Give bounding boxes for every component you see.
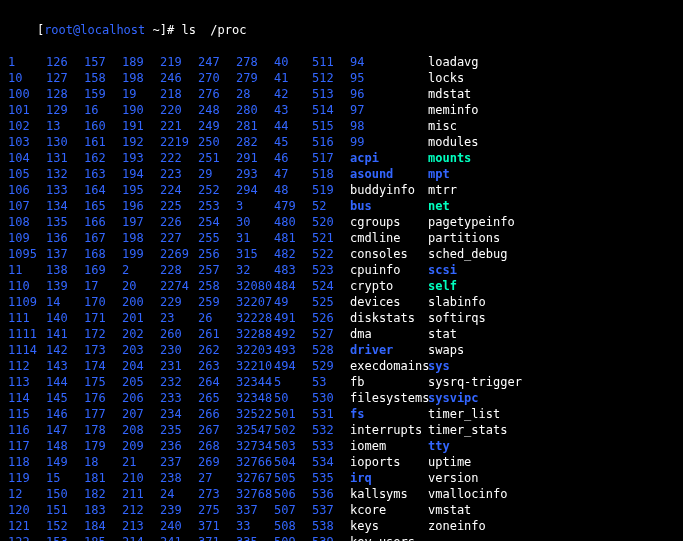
proc-entry: sys (428, 358, 675, 374)
proc-entry: dma (350, 326, 428, 342)
proc-entry: 139 (46, 278, 84, 294)
proc-entry: 518 (312, 166, 350, 182)
proc-entry: 32207 (236, 294, 274, 310)
proc-entry: kallsyms (350, 486, 428, 502)
proc-entry: 41 (274, 70, 312, 86)
proc-entry: 201 (122, 310, 160, 326)
proc-entry: 281 (236, 118, 274, 134)
proc-entry: 223 (160, 166, 198, 182)
proc-entry: 480 (274, 214, 312, 230)
proc-entry: 102 (8, 118, 46, 134)
proc-entry: iomem (350, 438, 428, 454)
proc-entry: 521 (312, 230, 350, 246)
proc-entry: meminfo (428, 102, 675, 118)
proc-entry: cgroups (350, 214, 428, 230)
proc-entry: 219 (160, 54, 198, 70)
proc-entry: 137 (46, 246, 84, 262)
proc-entry: 173 (84, 342, 122, 358)
proc-entry: scsi (428, 262, 675, 278)
proc-entry: 202 (122, 326, 160, 342)
proc-entry: 32767 (236, 470, 274, 486)
proc-entry: 171 (84, 310, 122, 326)
proc-entry: execdomains (350, 358, 428, 374)
proc-entry: 481 (274, 230, 312, 246)
proc-entry: 214 (122, 534, 160, 541)
proc-entry: timer_list (428, 406, 675, 422)
terminal[interactable]: [root@localhost ~]# ls /proc 11261571892… (0, 0, 683, 541)
proc-entry: sysrq-trigger (428, 374, 675, 390)
proc-entry: key-users (350, 534, 428, 541)
proc-entry: 94 (350, 54, 428, 70)
proc-entry: 503 (274, 438, 312, 454)
proc-entry: 535 (312, 470, 350, 486)
proc-entry: crypto (350, 278, 428, 294)
proc-entry: 226 (160, 214, 198, 230)
proc-entry: 17 (84, 278, 122, 294)
proc-entry: swaps (428, 342, 675, 358)
proc-entry: 238 (160, 470, 198, 486)
proc-entry: 32210 (236, 358, 274, 374)
proc-entry: uptime (428, 454, 675, 470)
proc-entry: acpi (350, 150, 428, 166)
proc-entry: 21 (122, 454, 160, 470)
proc-entry: 266 (198, 406, 236, 422)
proc-entry: 268 (198, 438, 236, 454)
proc-entry: 13 (46, 118, 84, 134)
proc-entry: 482 (274, 246, 312, 262)
proc-entry: 232 (160, 374, 198, 390)
proc-entry: 506 (274, 486, 312, 502)
proc-entry: 198 (122, 70, 160, 86)
proc-entry: 115 (8, 406, 46, 422)
proc-entry: 32288 (236, 326, 274, 342)
proc-entry: 200 (122, 294, 160, 310)
proc-entry: 49 (274, 294, 312, 310)
proc-entry: diskstats (350, 310, 428, 326)
proc-entry: 32348 (236, 390, 274, 406)
proc-entry: 174 (84, 358, 122, 374)
proc-entry: 16 (84, 102, 122, 118)
proc-entry: 32228 (236, 310, 274, 326)
proc-entry: 220 (160, 102, 198, 118)
proc-entry: 120 (8, 502, 46, 518)
proc-entry: 538 (312, 518, 350, 534)
proc-entry: devices (350, 294, 428, 310)
proc-entry: 32203 (236, 342, 274, 358)
proc-entry: 107 (8, 198, 46, 214)
proc-entry: tty (428, 438, 675, 454)
proc-entry: 532 (312, 422, 350, 438)
proc-entry: 96 (350, 86, 428, 102)
proc-entry: 258 (198, 278, 236, 294)
proc-entry: 512 (312, 70, 350, 86)
proc-entry: 263 (198, 358, 236, 374)
proc-entry: 1109 (8, 294, 46, 310)
proc-entry: 502 (274, 422, 312, 438)
proc-entry: 291 (236, 150, 274, 166)
proc-entry: 246 (160, 70, 198, 86)
proc-entry: 204 (122, 358, 160, 374)
proc-entry: 213 (122, 518, 160, 534)
proc-entry: 2219 (160, 134, 198, 150)
prompt-line: [root@localhost ~]# ls /proc (8, 6, 675, 54)
proc-entry: bus (350, 198, 428, 214)
proc-entry: 50 (274, 390, 312, 406)
proc-entry: 109 (8, 230, 46, 246)
proc-entry: 151 (46, 502, 84, 518)
proc-entry: loadavg (428, 54, 675, 70)
proc-entry: 241 (160, 534, 198, 541)
proc-entry: 526 (312, 310, 350, 326)
proc-entry: 491 (274, 310, 312, 326)
proc-entry: 145 (46, 390, 84, 406)
proc-entry: 24 (160, 486, 198, 502)
proc-entry: 142 (46, 342, 84, 358)
proc-entry: 256 (198, 246, 236, 262)
proc-entry: 519 (312, 182, 350, 198)
proc-entry: 148 (46, 438, 84, 454)
proc-entry: irq (350, 470, 428, 486)
proc-entry: 129 (46, 102, 84, 118)
proc-entry: 165 (84, 198, 122, 214)
proc-entry: 222 (160, 150, 198, 166)
proc-entry: modules (428, 134, 675, 150)
proc-entry: 158 (84, 70, 122, 86)
proc-entry: 143 (46, 358, 84, 374)
proc-entry: 371 (198, 518, 236, 534)
